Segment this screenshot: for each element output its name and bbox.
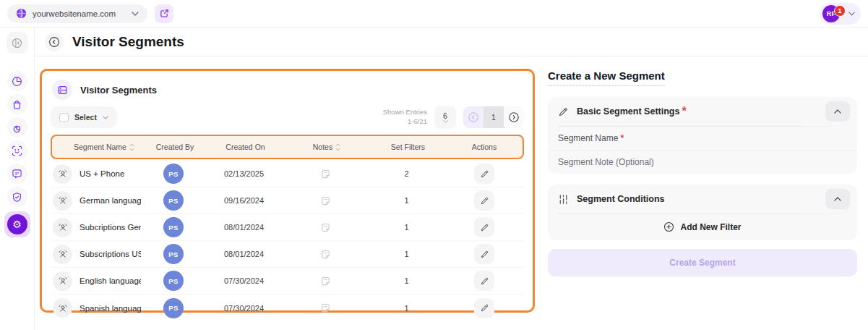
- sidebar-item-automation[interactable]: [7, 117, 27, 138]
- note-icon: [320, 249, 331, 260]
- column-created-by: Created By: [142, 143, 207, 151]
- pencil-icon: [480, 250, 489, 259]
- sidebar-item-chat[interactable]: [7, 164, 27, 184]
- table-header-row: Segment Name Created By Created On Notes…: [51, 135, 524, 159]
- external-link-icon: [160, 9, 169, 18]
- table-row[interactable]: Subscriptions US PS 08/01/2024 1: [51, 241, 524, 268]
- page-header: Visitor Segments: [35, 28, 868, 56]
- visitor-segment-icon: [53, 218, 72, 237]
- pencil-icon: [480, 276, 489, 286]
- shopping-bag-icon: [12, 99, 22, 110]
- sidebar-item-security[interactable]: [7, 187, 27, 207]
- segment-name-input[interactable]: Segment Name*: [548, 127, 857, 150]
- pencil-icon: [480, 196, 489, 206]
- site-domain: yourwebsitename.com: [33, 9, 116, 18]
- collapse-section-button[interactable]: [825, 101, 850, 122]
- sort-icon: [129, 143, 134, 151]
- sidebar: ⚙: [0, 28, 35, 330]
- shown-entries: Shown Entries 1-6/21: [383, 108, 427, 127]
- edit-segment-button[interactable]: [474, 271, 494, 291]
- created-on-date: 08/01/2024: [224, 223, 264, 232]
- chat-bubble-icon: [12, 169, 22, 179]
- created-on-date: 09/16/2024: [224, 196, 264, 205]
- sidebar-item-settings[interactable]: ⚙: [4, 211, 30, 237]
- page-title: Visitor Segments: [72, 34, 184, 50]
- set-filters-count: 1: [404, 223, 408, 232]
- notification-badge: 1: [834, 5, 846, 17]
- section-title: Segment Conditions: [577, 194, 665, 204]
- created-on-date: 07/30/2024: [224, 276, 264, 285]
- created-on-date: 07/30/2024: [224, 304, 264, 313]
- table-row[interactable]: English language PS 07/30/2024 1: [51, 268, 524, 295]
- prev-page-button[interactable]: [463, 106, 484, 128]
- chevron-down-icon: [132, 12, 139, 16]
- sidebar-toggle-button[interactable]: [7, 32, 28, 54]
- page-size-select[interactable]: 6: [434, 106, 456, 129]
- visitor-segment-icon: [53, 245, 72, 264]
- note-icon: [320, 222, 331, 233]
- visitor-segment-icon: [53, 298, 72, 318]
- edit-segment-button[interactable]: [474, 244, 494, 264]
- filter-sliders-icon: [558, 194, 569, 205]
- column-created-on: Created On: [207, 143, 283, 151]
- segment-conditions-card: Segment Conditions Add New Filter: [548, 185, 857, 240]
- table-row[interactable]: Spanish language PS 07/30/2024 1: [51, 295, 524, 321]
- face-scan-icon: [12, 145, 22, 156]
- shield-check-icon: [12, 192, 22, 203]
- set-filters-count: 2: [404, 169, 408, 178]
- collapse-sidebar-icon: [12, 38, 22, 48]
- back-button[interactable]: [45, 33, 64, 51]
- sidebar-item-visitors[interactable]: [7, 140, 27, 161]
- select-dropdown[interactable]: Select: [51, 106, 117, 128]
- next-page-button[interactable]: [504, 106, 524, 128]
- visitor-segment-icon: [53, 164, 72, 184]
- required-asterisk: *: [682, 105, 686, 118]
- column-segment-name[interactable]: Segment Name: [52, 143, 142, 151]
- sidebar-item-store[interactable]: [7, 94, 27, 114]
- arrow-left-circle-icon: [468, 111, 479, 123]
- creator-avatar: PS: [163, 298, 184, 318]
- segment-note-input[interactable]: Segment Note (Optional): [548, 150, 857, 174]
- pagination: 1: [463, 106, 524, 128]
- arrow-right-circle-icon: [508, 111, 520, 123]
- collapse-section-button[interactable]: [825, 189, 850, 209]
- topbar: yourwebsitename.com RF 1: [0, 0, 868, 28]
- pencil-icon: [558, 106, 569, 117]
- create-segment-button[interactable]: Create Segment: [548, 249, 857, 276]
- pencil-icon: [480, 169, 489, 179]
- site-selector[interactable]: yourwebsitename.com: [7, 4, 147, 23]
- pie-chart-icon: [12, 76, 22, 87]
- table-row[interactable]: US + Phone PS 02/13/2025 2: [51, 161, 524, 187]
- edit-segment-button[interactable]: [474, 164, 494, 184]
- pencil-icon: [480, 223, 489, 232]
- edit-segment-button[interactable]: [474, 190, 494, 211]
- card-title: Visitor Segments: [80, 85, 157, 96]
- page-number[interactable]: 1: [484, 106, 504, 128]
- set-filters-count: 1: [404, 196, 408, 205]
- visitor-segment-icon: [53, 271, 72, 291]
- note-icon: [320, 195, 331, 206]
- select-all-checkbox[interactable]: [59, 113, 69, 122]
- segment-name: German language: [80, 196, 141, 205]
- edit-segment-button[interactable]: [474, 298, 494, 318]
- column-notes[interactable]: Notes: [283, 143, 370, 151]
- arrow-left-circle-icon: [48, 36, 60, 48]
- gear-icon: ⚙: [7, 214, 27, 234]
- section-title: Basic Segment Settings: [577, 106, 679, 117]
- user-menu[interactable]: RF 1: [820, 3, 861, 25]
- creator-avatar: PS: [163, 244, 184, 264]
- segment-name: US + Phone: [80, 169, 124, 178]
- segments-db-icon: [52, 80, 72, 100]
- table-row[interactable]: Subcriptions Germar PS 08/01/2024 1: [51, 214, 524, 241]
- note-icon: [320, 302, 331, 313]
- sidebar-item-analytics[interactable]: [7, 71, 27, 91]
- add-new-filter-button[interactable]: Add New Filter: [548, 214, 857, 240]
- open-site-button[interactable]: [155, 4, 173, 23]
- sort-icon: [335, 143, 340, 151]
- edit-segment-button[interactable]: [474, 217, 494, 237]
- table-row[interactable]: German language PS 09/16/2024 1: [51, 187, 524, 214]
- set-filters-count: 1: [404, 250, 408, 258]
- column-set-filters: Set Filters: [370, 143, 446, 151]
- chevron-up-icon: [834, 109, 841, 114]
- chevron-down-icon: [848, 12, 855, 16]
